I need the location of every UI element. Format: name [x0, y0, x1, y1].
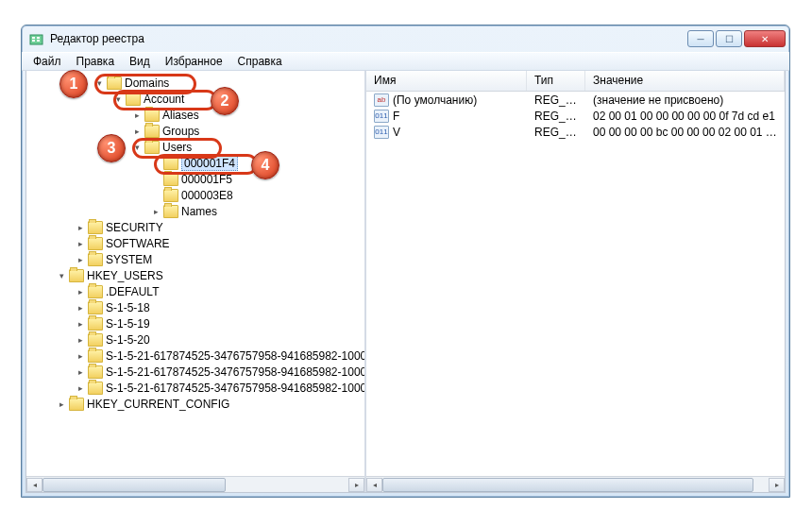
expander-icon[interactable]: ▸ [76, 302, 86, 313]
tree-item-sid[interactable]: ▸S-1-5-18 [28, 299, 363, 315]
tree-item-sid[interactable]: ▸S-1-5-19 [28, 315, 363, 331]
value-row[interactable]: 011VREG_BI...00 00 00 00 bc 00 00 00 02 … [366, 124, 785, 140]
svg-rect-2 [32, 40, 35, 42]
annotation-badge-1: 1 [59, 70, 88, 98]
tree-item-names[interactable]: ▸Names [28, 203, 363, 219]
tree-item-software[interactable]: ▸SOFTWARE [28, 235, 363, 251]
folder-icon [88, 382, 103, 395]
expander-icon[interactable]: ▾ [113, 93, 124, 104]
folder-icon [144, 141, 160, 154]
tree-hscrollbar[interactable]: ◂ ▸ [26, 476, 364, 492]
menu-edit[interactable]: Правка [69, 53, 123, 70]
expander-icon[interactable]: ▸ [76, 238, 86, 248]
titlebar[interactable]: Редактор реестра ─ ☐ ✕ [22, 25, 789, 52]
expander-icon[interactable]: ▸ [76, 334, 86, 345]
folder-icon [88, 253, 103, 266]
annotation-badge-2: 2 [211, 87, 239, 115]
folder-icon [144, 125, 160, 138]
values-list[interactable]: ab(По умолчанию)REG_SZ(значение не присв… [366, 92, 785, 140]
expander-icon[interactable]: ▸ [76, 350, 86, 361]
regedit-icon [29, 31, 44, 46]
menu-help[interactable]: Справка [230, 53, 290, 70]
value-type: REG_SZ [527, 93, 585, 107]
tree-item-000003e8[interactable]: 000003E8 [28, 187, 363, 203]
col-header-type[interactable]: Тип [527, 71, 585, 91]
value-name: V [393, 126, 400, 139]
binary-value-icon: 011 [374, 110, 389, 123]
value-data: 02 00 01 00 00 00 00 00 0f 7d cd e1 [585, 110, 785, 123]
expander-icon[interactable]: ▸ [76, 382, 86, 393]
tree-item-hkcc[interactable]: ▸HKEY_CURRENT_CONFIG [28, 396, 363, 412]
col-header-name[interactable]: Имя [366, 71, 527, 91]
window-title: Редактор реестра [50, 32, 685, 45]
scroll-track[interactable] [42, 478, 348, 492]
folder-icon [88, 221, 103, 234]
scroll-right-button[interactable]: ▸ [348, 478, 364, 492]
scroll-thumb[interactable] [42, 478, 226, 492]
tree-item-system[interactable]: ▸SYSTEM [28, 251, 363, 267]
scroll-thumb[interactable] [382, 478, 753, 492]
folder-icon [88, 237, 103, 250]
tree-item-sid[interactable]: ▸S-1-5-21-617874525-3476757958-941685982… [28, 380, 363, 396]
svg-rect-3 [37, 37, 40, 39]
svg-rect-0 [30, 35, 42, 44]
value-row[interactable]: ab(По умолчанию)REG_SZ(значение не присв… [366, 92, 785, 108]
tree-pane: ▾Domains ▾Account ▸Aliases ▸Groups ▾User… [26, 71, 366, 492]
scroll-track[interactable] [382, 478, 769, 492]
tree-item-sid[interactable]: ▸S-1-5-21-617874525-3476757958-941685982… [28, 348, 363, 364]
annotation-badge-4: 4 [251, 151, 279, 179]
tree-item-default[interactable]: ▸.DEFAULT [28, 283, 363, 299]
values-pane: Имя Тип Значение ab(По умолчанию)REG_SZ(… [366, 71, 785, 492]
expander-icon[interactable]: ▸ [76, 286, 86, 297]
expander-icon[interactable]: ▸ [76, 318, 86, 329]
value-row[interactable]: 011FREG_BI...02 00 01 00 00 00 00 00 0f … [366, 108, 785, 124]
expander-icon[interactable]: ▸ [57, 399, 67, 409]
value-name: F [393, 110, 399, 123]
svg-rect-1 [32, 37, 35, 39]
window-frame: Редактор реестра ─ ☐ ✕ Файл Правка Вид И… [21, 25, 790, 498]
menu-favorites[interactable]: Избранное [158, 53, 230, 70]
expander-icon[interactable]: ▸ [76, 254, 86, 264]
minimize-button[interactable]: ─ [687, 30, 714, 47]
expander-icon[interactable]: ▸ [76, 366, 86, 377]
expander-icon[interactable]: ▸ [132, 110, 143, 120]
tree-item-security[interactable]: ▸SECURITY [28, 219, 363, 235]
col-header-value[interactable]: Значение [585, 71, 785, 91]
tree-item-sid[interactable]: ▸S-1-5-21-617874525-3476757958-941685982… [28, 364, 363, 380]
tree-item-sid[interactable]: ▸S-1-5-20 [28, 331, 363, 348]
expander-icon[interactable]: ▾ [57, 270, 67, 280]
expander-icon[interactable]: ▾ [132, 142, 143, 152]
maximize-button[interactable]: ☐ [716, 30, 742, 47]
expander-icon[interactable]: ▾ [94, 77, 105, 88]
folder-icon [144, 109, 160, 122]
expander-icon[interactable]: ▸ [76, 222, 86, 232]
tree-item-aliases[interactable]: ▸Aliases [28, 107, 363, 123]
tree-item-groups[interactable]: ▸Groups [28, 123, 363, 139]
svg-rect-4 [37, 40, 40, 42]
value-data: (значение не присвоено) [585, 93, 785, 107]
menu-file[interactable]: Файл [25, 53, 69, 70]
tree-item-000001f4[interactable]: 000001F4 [28, 155, 363, 171]
scroll-left-button[interactable]: ◂ [26, 478, 42, 492]
tree-item-hkey-users[interactable]: ▾HKEY_USERS [28, 267, 363, 283]
value-type: REG_BI... [527, 126, 585, 139]
scroll-left-button[interactable]: ◂ [366, 478, 382, 492]
close-button[interactable]: ✕ [744, 30, 786, 47]
tree-item-users[interactable]: ▾Users [28, 139, 363, 155]
values-header: Имя Тип Значение [366, 71, 785, 92]
expander-icon[interactable]: ▸ [151, 206, 161, 216]
scroll-right-button[interactable]: ▸ [769, 478, 785, 492]
folder-icon [69, 398, 84, 411]
registry-tree[interactable]: ▾Domains ▾Account ▸Aliases ▸Groups ▾User… [26, 71, 364, 475]
folder-icon [163, 205, 178, 218]
menu-view[interactable]: Вид [122, 53, 158, 70]
folder-icon [88, 285, 103, 298]
value-type: REG_BI... [527, 110, 585, 123]
folder-icon [163, 157, 178, 170]
folder-icon [107, 76, 122, 90]
folder-icon [88, 349, 103, 363]
expander-icon[interactable]: ▸ [132, 126, 143, 136]
annotation-badge-3: 3 [97, 134, 126, 162]
tree-item-000001f5[interactable]: 000001F5 [28, 171, 363, 187]
list-hscrollbar[interactable]: ◂ ▸ [366, 476, 785, 492]
